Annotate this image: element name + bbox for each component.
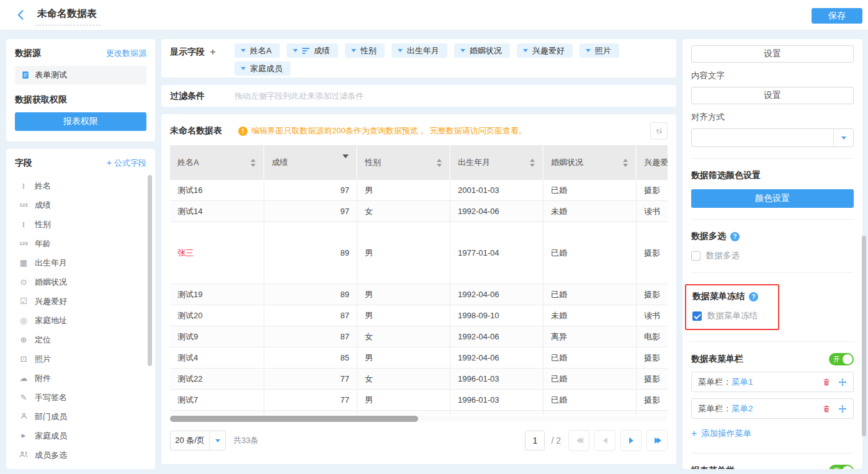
- trash-icon[interactable]: [822, 405, 831, 413]
- sort-both-icon[interactable]: [530, 159, 535, 167]
- content-text-setting-button[interactable]: 设置: [691, 87, 854, 104]
- menu-link[interactable]: 菜单2: [732, 403, 753, 414]
- checkbox-unchecked-icon[interactable]: [691, 251, 700, 261]
- table-row[interactable]: 测试485男1992-04-06已婚摄影: [170, 347, 668, 369]
- field-item[interactable]: ◎家庭地址: [15, 311, 146, 330]
- field-item[interactable]: 成员多选: [15, 445, 146, 465]
- field-item[interactable]: ⊡照片: [15, 349, 146, 369]
- field-item[interactable]: ⊕定位: [15, 330, 146, 349]
- date-field-icon: ▦: [18, 259, 29, 267]
- change-datasource-link[interactable]: 更改数据源: [106, 48, 146, 59]
- table-cell: 已婚: [544, 284, 637, 305]
- column-header[interactable]: 婚姻状况: [544, 145, 637, 180]
- table-row[interactable]: 测试2087男1998-09-10未婚读书: [170, 305, 668, 326]
- field-item[interactable]: 123年龄: [15, 234, 146, 253]
- field-item[interactable]: ▶家庭成员: [15, 426, 146, 445]
- display-field-tag[interactable]: 照片: [579, 43, 619, 58]
- table-cell: 已婚: [544, 347, 637, 368]
- add-display-field-button[interactable]: +: [210, 47, 216, 58]
- table-row[interactable]: 张三89男1977-01-04已婚摄影: [170, 222, 668, 284]
- display-field-tag[interactable]: 兴趣爱好: [517, 43, 573, 58]
- field-item[interactable]: ☁附件: [15, 369, 146, 388]
- table-row[interactable]: 测试1697男2001-01-03已婚摄影: [170, 180, 668, 201]
- sort-lines-icon: [302, 48, 310, 54]
- add-action-menu-link[interactable]: + 添加操作菜单: [691, 428, 854, 439]
- column-header[interactable]: 性别: [357, 145, 450, 180]
- datasource-item[interactable]: 表单测试: [15, 66, 146, 84]
- column-header[interactable]: 姓名A: [170, 145, 264, 180]
- table-row[interactable]: 测试777男1996-01-03已婚摄影: [170, 390, 668, 411]
- sort-order-button[interactable]: [650, 122, 668, 140]
- filter-dropzone[interactable]: 拖动左侧字段到此处来添加过滤条件: [235, 91, 364, 102]
- right-arrow-icon: [629, 437, 633, 444]
- table-row[interactable]: 测试1497女1992-04-06未婚读书: [170, 201, 668, 222]
- freeze-option[interactable]: 数据菜单冻结: [692, 310, 772, 321]
- field-item[interactable]: ☑兴趣爱好: [15, 292, 146, 311]
- view-page-link[interactable]: 完整数据请访问页面查看。: [430, 125, 527, 136]
- display-fields-label: 显示字段: [170, 47, 205, 58]
- last-page-button[interactable]: [647, 430, 668, 451]
- trash-icon[interactable]: [822, 378, 831, 387]
- sort-both-icon[interactable]: [623, 159, 628, 167]
- field-item[interactable]: 123成绩: [15, 195, 146, 215]
- move-icon[interactable]: [838, 378, 847, 387]
- add-formula-field-link[interactable]: + 公式字段: [107, 157, 146, 169]
- page-scrollbar[interactable]: [862, 236, 866, 436]
- sort-both-icon[interactable]: [437, 159, 442, 167]
- checkbox-checked-icon[interactable]: [692, 311, 702, 321]
- multi-select-option[interactable]: 数据多选: [691, 250, 854, 261]
- field-item[interactable]: ⊙婚姻状况: [15, 272, 146, 292]
- table-cell: 读书: [637, 411, 668, 414]
- display-field-tag[interactable]: 出生年月: [391, 43, 447, 58]
- report-permission-button[interactable]: 报表权限: [15, 112, 146, 131]
- table-row[interactable]: 测试987女1992-04-06离异电影: [170, 326, 668, 347]
- column-header[interactable]: 兴趣爱好: [637, 145, 668, 180]
- display-field-tag[interactable]: 婚姻状况: [454, 43, 510, 58]
- page-number-input[interactable]: 1: [525, 431, 545, 450]
- table-cell: 97: [264, 201, 357, 221]
- sort-both-icon[interactable]: [251, 159, 256, 167]
- field-item[interactable]: ▦出生年月: [15, 253, 146, 272]
- field-item[interactable]: ✎手写签名: [15, 388, 146, 407]
- column-header[interactable]: 出生年月: [450, 145, 544, 180]
- next-page-button[interactable]: [620, 430, 642, 451]
- table-row[interactable]: 测试1989男1992-04-06已婚摄影: [170, 284, 668, 305]
- display-field-tag[interactable]: 成绩: [287, 43, 338, 58]
- display-field-tag[interactable]: 性别: [345, 43, 385, 58]
- sort-desc-icon[interactable]: [342, 158, 349, 168]
- chevron-down-icon: [241, 49, 246, 52]
- header-text-setting-button[interactable]: 设置: [691, 45, 854, 63]
- table-cell: 测试19: [170, 284, 264, 305]
- table-cell: 未婚: [544, 411, 637, 414]
- save-button[interactable]: 保存: [812, 8, 862, 24]
- color-setting-button[interactable]: 颜色设置: [691, 189, 854, 208]
- warning-icon: !: [238, 127, 248, 136]
- prev-page-button[interactable]: [594, 430, 615, 451]
- menu-link[interactable]: 菜单1: [732, 377, 753, 388]
- display-field-tag[interactable]: 家庭成员: [235, 61, 290, 76]
- page-size-select[interactable]: 20 条/页: [170, 431, 226, 450]
- help-icon[interactable]: ?: [730, 232, 740, 241]
- table-cell: 97: [264, 180, 357, 200]
- tag-label: 婚姻状况: [470, 45, 502, 56]
- table-h-scrollbar[interactable]: [170, 416, 418, 422]
- page-title[interactable]: 未命名数据表: [36, 7, 101, 25]
- field-item[interactable]: 部门成员: [15, 407, 146, 426]
- field-item[interactable]: I姓名: [15, 176, 146, 195]
- align-select[interactable]: [691, 128, 854, 147]
- column-header[interactable]: 成绩: [264, 145, 357, 180]
- fields-scrollbar[interactable]: [148, 175, 152, 366]
- move-icon[interactable]: [838, 405, 847, 413]
- page-total: / 2: [551, 436, 561, 445]
- help-icon[interactable]: ?: [749, 292, 758, 302]
- field-item[interactable]: I性别: [15, 215, 146, 234]
- address-field-icon: ◎: [18, 316, 29, 324]
- table-row[interactable]: 测试2277女1996-01-03已婚摄影: [170, 369, 668, 390]
- display-field-tag[interactable]: 姓名A: [235, 43, 280, 58]
- first-page-button[interactable]: [568, 430, 589, 451]
- table-menu-toggle[interactable]: 开: [829, 353, 854, 365]
- table-cell: 89: [264, 284, 357, 305]
- back-icon[interactable]: [15, 9, 27, 21]
- table-row[interactable]: 测试1775女1996-01-03未婚读书: [170, 411, 668, 414]
- report-menu-toggle[interactable]: 开: [829, 465, 854, 469]
